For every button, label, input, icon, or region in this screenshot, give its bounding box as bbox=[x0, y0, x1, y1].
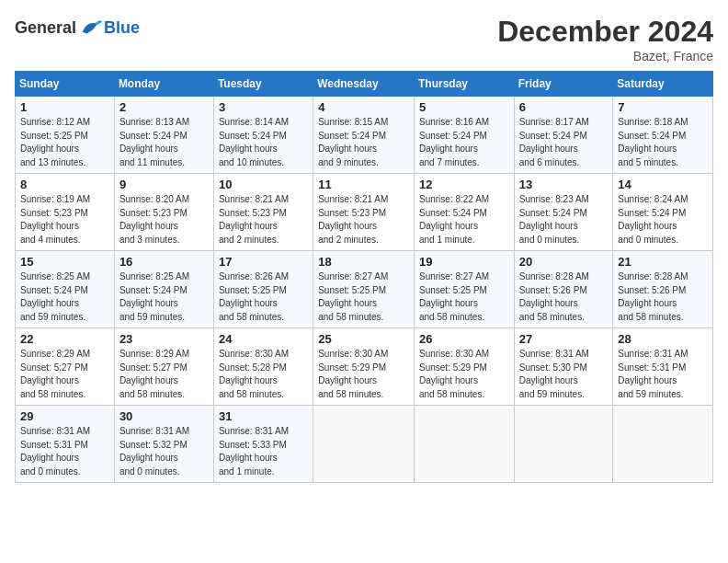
day-cell: 14 Sunrise: 8:24 AMSunset: 5:24 PMDaylig… bbox=[613, 174, 713, 251]
day-number: 23 bbox=[119, 332, 209, 346]
day-cell: 30 Sunrise: 8:31 AMSunset: 5:32 PMDaylig… bbox=[114, 406, 213, 483]
column-header-monday: Monday bbox=[114, 72, 213, 97]
week-row-4: 22 Sunrise: 8:29 AMSunset: 5:27 PMDaylig… bbox=[16, 328, 713, 406]
day-cell: 12 Sunrise: 8:22 AMSunset: 5:24 PMDaylig… bbox=[415, 174, 515, 251]
day-cell: 5 Sunrise: 8:16 AMSunset: 5:24 PMDayligh… bbox=[415, 97, 515, 174]
day-info: Sunrise: 8:29 AMSunset: 5:27 PMDaylight … bbox=[119, 348, 209, 401]
day-cell bbox=[313, 406, 415, 483]
day-info: Sunrise: 8:29 AMSunset: 5:27 PMDaylight … bbox=[20, 348, 109, 401]
day-info: Sunrise: 8:19 AMSunset: 5:23 PMDaylight … bbox=[20, 193, 109, 247]
day-number: 30 bbox=[119, 409, 209, 423]
day-number: 14 bbox=[618, 178, 708, 191]
day-info: Sunrise: 8:15 AMSunset: 5:24 PMDaylight … bbox=[318, 116, 409, 169]
day-cell: 17 Sunrise: 8:26 AMSunset: 5:25 PMDaylig… bbox=[213, 251, 313, 328]
day-number: 13 bbox=[519, 178, 609, 191]
logo-blue-text: Blue bbox=[104, 18, 140, 38]
day-info: Sunrise: 8:27 AMSunset: 5:25 PMDaylight … bbox=[419, 270, 509, 324]
day-info: Sunrise: 8:31 AMSunset: 5:31 PMDaylight … bbox=[618, 348, 708, 401]
day-info: Sunrise: 8:12 AMSunset: 5:25 PMDaylight … bbox=[20, 116, 109, 169]
logo: General Blue bbox=[15, 15, 140, 40]
column-header-thursday: Thursday bbox=[415, 72, 515, 97]
week-row-2: 8 Sunrise: 8:19 AMSunset: 5:23 PMDayligh… bbox=[16, 174, 713, 251]
day-info: Sunrise: 8:25 AMSunset: 5:24 PMDaylight … bbox=[119, 270, 209, 324]
day-cell: 19 Sunrise: 8:27 AMSunset: 5:25 PMDaylig… bbox=[415, 251, 515, 328]
day-info: Sunrise: 8:31 AMSunset: 5:32 PMDaylight … bbox=[119, 425, 209, 478]
day-cell: 2 Sunrise: 8:13 AMSunset: 5:24 PMDayligh… bbox=[114, 97, 213, 174]
day-cell: 15 Sunrise: 8:25 AMSunset: 5:24 PMDaylig… bbox=[16, 251, 115, 328]
day-cell: 23 Sunrise: 8:29 AMSunset: 5:27 PMDaylig… bbox=[114, 328, 213, 406]
day-info: Sunrise: 8:18 AMSunset: 5:24 PMDaylight … bbox=[618, 116, 708, 169]
day-cell: 28 Sunrise: 8:31 AMSunset: 5:31 PMDaylig… bbox=[613, 328, 713, 406]
calendar-table: SundayMondayTuesdayWednesdayThursdayFrid… bbox=[15, 71, 713, 483]
day-cell: 27 Sunrise: 8:31 AMSunset: 5:30 PMDaylig… bbox=[514, 328, 613, 406]
day-info: Sunrise: 8:30 AMSunset: 5:28 PMDaylight … bbox=[219, 348, 308, 401]
day-cell: 6 Sunrise: 8:17 AMSunset: 5:24 PMDayligh… bbox=[514, 97, 613, 174]
title-block: December 2024 Bazet, France bbox=[497, 15, 713, 63]
day-number: 25 bbox=[318, 332, 409, 346]
header-row: SundayMondayTuesdayWednesdayThursdayFrid… bbox=[16, 72, 713, 97]
day-info: Sunrise: 8:24 AMSunset: 5:24 PMDaylight … bbox=[618, 193, 708, 247]
day-number: 29 bbox=[20, 409, 109, 423]
day-cell: 4 Sunrise: 8:15 AMSunset: 5:24 PMDayligh… bbox=[313, 97, 415, 174]
day-info: Sunrise: 8:14 AMSunset: 5:24 PMDaylight … bbox=[219, 116, 308, 169]
day-number: 19 bbox=[419, 255, 509, 269]
day-cell: 21 Sunrise: 8:28 AMSunset: 5:26 PMDaylig… bbox=[613, 251, 713, 328]
day-number: 7 bbox=[618, 100, 708, 114]
day-cell: 10 Sunrise: 8:21 AMSunset: 5:23 PMDaylig… bbox=[213, 174, 313, 251]
day-number: 27 bbox=[519, 332, 609, 346]
day-cell bbox=[415, 406, 515, 483]
column-header-friday: Friday bbox=[514, 72, 613, 97]
day-cell: 7 Sunrise: 8:18 AMSunset: 5:24 PMDayligh… bbox=[613, 97, 713, 174]
day-cell: 16 Sunrise: 8:25 AMSunset: 5:24 PMDaylig… bbox=[114, 251, 213, 328]
day-number: 10 bbox=[219, 178, 308, 191]
column-header-tuesday: Tuesday bbox=[213, 72, 313, 97]
day-cell: 31 Sunrise: 8:31 AMSunset: 5:33 PMDaylig… bbox=[213, 406, 313, 483]
day-number: 22 bbox=[20, 332, 109, 346]
day-info: Sunrise: 8:21 AMSunset: 5:23 PMDaylight … bbox=[219, 193, 308, 247]
day-number: 4 bbox=[318, 100, 409, 114]
week-row-1: 1 Sunrise: 8:12 AMSunset: 5:25 PMDayligh… bbox=[16, 97, 713, 174]
day-info: Sunrise: 8:25 AMSunset: 5:24 PMDaylight … bbox=[20, 270, 109, 324]
day-number: 2 bbox=[119, 100, 209, 114]
day-cell: 29 Sunrise: 8:31 AMSunset: 5:31 PMDaylig… bbox=[16, 406, 115, 483]
day-cell: 13 Sunrise: 8:23 AMSunset: 5:24 PMDaylig… bbox=[514, 174, 613, 251]
day-cell bbox=[514, 406, 613, 483]
day-cell: 11 Sunrise: 8:21 AMSunset: 5:23 PMDaylig… bbox=[313, 174, 415, 251]
day-number: 3 bbox=[219, 100, 308, 114]
day-info: Sunrise: 8:27 AMSunset: 5:25 PMDaylight … bbox=[318, 270, 409, 324]
day-number: 31 bbox=[219, 409, 308, 423]
day-number: 9 bbox=[119, 178, 209, 191]
day-info: Sunrise: 8:16 AMSunset: 5:24 PMDaylight … bbox=[419, 116, 509, 169]
month-title: December 2024 bbox=[497, 15, 713, 49]
day-number: 21 bbox=[618, 255, 708, 269]
week-row-3: 15 Sunrise: 8:25 AMSunset: 5:24 PMDaylig… bbox=[16, 251, 713, 328]
location: Bazet, France bbox=[497, 49, 713, 63]
day-number: 11 bbox=[318, 178, 409, 191]
day-cell: 20 Sunrise: 8:28 AMSunset: 5:26 PMDaylig… bbox=[514, 251, 613, 328]
day-info: Sunrise: 8:30 AMSunset: 5:29 PMDaylight … bbox=[419, 348, 509, 401]
day-cell: 1 Sunrise: 8:12 AMSunset: 5:25 PMDayligh… bbox=[16, 97, 115, 174]
day-cell: 3 Sunrise: 8:14 AMSunset: 5:24 PMDayligh… bbox=[213, 97, 313, 174]
day-info: Sunrise: 8:22 AMSunset: 5:24 PMDaylight … bbox=[419, 193, 509, 247]
week-row-5: 29 Sunrise: 8:31 AMSunset: 5:31 PMDaylig… bbox=[16, 406, 713, 483]
day-cell: 25 Sunrise: 8:30 AMSunset: 5:29 PMDaylig… bbox=[313, 328, 415, 406]
day-cell: 18 Sunrise: 8:27 AMSunset: 5:25 PMDaylig… bbox=[313, 251, 415, 328]
day-cell: 8 Sunrise: 8:19 AMSunset: 5:23 PMDayligh… bbox=[16, 174, 115, 251]
day-number: 6 bbox=[519, 100, 609, 114]
day-number: 12 bbox=[419, 178, 509, 191]
day-info: Sunrise: 8:23 AMSunset: 5:24 PMDaylight … bbox=[519, 193, 609, 247]
logo-general-text: General bbox=[15, 18, 76, 38]
page-header: General Blue December 2024 Bazet, France bbox=[15, 15, 713, 63]
column-header-wednesday: Wednesday bbox=[313, 72, 415, 97]
day-info: Sunrise: 8:30 AMSunset: 5:29 PMDaylight … bbox=[318, 348, 409, 401]
day-cell: 26 Sunrise: 8:30 AMSunset: 5:29 PMDaylig… bbox=[415, 328, 515, 406]
logo-bird-icon bbox=[78, 15, 104, 40]
day-number: 5 bbox=[419, 100, 509, 114]
day-cell: 9 Sunrise: 8:20 AMSunset: 5:23 PMDayligh… bbox=[114, 174, 213, 251]
day-info: Sunrise: 8:20 AMSunset: 5:23 PMDaylight … bbox=[119, 193, 209, 247]
day-info: Sunrise: 8:13 AMSunset: 5:24 PMDaylight … bbox=[119, 116, 209, 169]
day-number: 28 bbox=[618, 332, 708, 346]
day-cell bbox=[613, 406, 713, 483]
column-header-saturday: Saturday bbox=[613, 72, 713, 97]
day-number: 8 bbox=[20, 178, 109, 191]
